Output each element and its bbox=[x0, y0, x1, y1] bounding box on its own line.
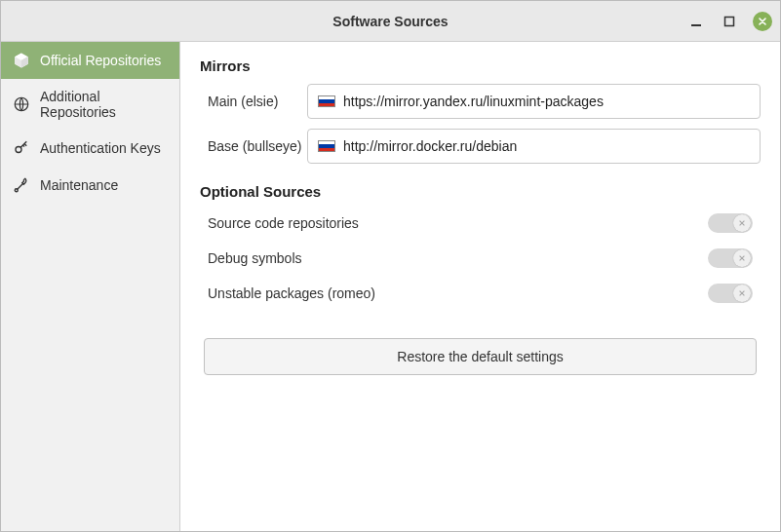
close-icon bbox=[758, 17, 767, 26]
window-body: Official Repositories Additional Reposit… bbox=[1, 42, 780, 531]
sidebar-item-official-repositories[interactable]: Official Repositories bbox=[1, 42, 179, 79]
app-window: Software Sources Official Repositories bbox=[0, 0, 781, 532]
flag-ru-icon bbox=[318, 95, 335, 107]
toggle-knob bbox=[733, 285, 751, 302]
maximize-icon bbox=[723, 16, 735, 27]
sidebar-item-maintenance[interactable]: Maintenance bbox=[1, 167, 179, 204]
tools-icon bbox=[13, 176, 30, 194]
window-controls bbox=[686, 1, 772, 41]
svg-rect-1 bbox=[725, 17, 734, 25]
mirror-main-url: https://mirror.yandex.ru/linuxmint-packa… bbox=[343, 94, 604, 109]
toggle-unstable-packages[interactable] bbox=[708, 284, 753, 303]
package-icon bbox=[13, 52, 30, 69]
mirror-row-main: Main (elsie) https://mirror.yandex.ru/li… bbox=[200, 84, 761, 119]
option-unstable-label: Unstable packages (romeo) bbox=[208, 285, 375, 301]
key-icon bbox=[13, 139, 30, 157]
sidebar: Official Repositories Additional Reposit… bbox=[1, 42, 180, 531]
flag-ru-icon bbox=[318, 140, 335, 152]
content-panel: Mirrors Main (elsie) https://mirror.yand… bbox=[180, 42, 780, 531]
svg-point-3 bbox=[16, 147, 21, 153]
toggle-knob bbox=[733, 249, 751, 267]
maximize-button[interactable] bbox=[720, 12, 739, 31]
toggle-off-icon bbox=[738, 254, 746, 262]
mirrors-heading: Mirrors bbox=[200, 57, 761, 74]
window-title: Software Sources bbox=[332, 14, 448, 29]
toggle-source-code[interactable] bbox=[708, 213, 753, 233]
option-row-debug: Debug symbols bbox=[200, 245, 761, 280]
restore-section: Restore the default settings bbox=[200, 338, 761, 375]
mirror-row-base: Base (bullseye) http://mirror.docker.ru/… bbox=[200, 129, 761, 164]
svg-point-4 bbox=[15, 189, 18, 192]
titlebar: Software Sources bbox=[1, 1, 780, 42]
toggle-knob bbox=[733, 214, 751, 232]
option-row-source-code: Source code repositories bbox=[200, 209, 761, 245]
sidebar-item-label: Official Repositories bbox=[40, 53, 161, 68]
globe-icon bbox=[13, 95, 30, 113]
sidebar-item-label: Additional Repositories bbox=[40, 89, 168, 120]
option-row-unstable: Unstable packages (romeo) bbox=[200, 280, 761, 315]
optional-heading: Optional Sources bbox=[200, 183, 761, 200]
mirror-base-field[interactable]: http://mirror.docker.ru/debian bbox=[307, 129, 761, 164]
minimize-button[interactable] bbox=[686, 12, 706, 31]
sidebar-item-label: Maintenance bbox=[40, 177, 118, 193]
sidebar-item-label: Authentication Keys bbox=[40, 140, 161, 156]
restore-defaults-button[interactable]: Restore the default settings bbox=[204, 338, 757, 375]
toggle-off-icon bbox=[738, 289, 746, 297]
toggle-debug-symbols[interactable] bbox=[708, 248, 753, 268]
svg-rect-0 bbox=[691, 24, 701, 26]
close-button[interactable] bbox=[753, 12, 772, 31]
mirror-main-field[interactable]: https://mirror.yandex.ru/linuxmint-packa… bbox=[307, 84, 761, 119]
option-source-label: Source code repositories bbox=[208, 215, 359, 231]
minimize-icon bbox=[690, 16, 702, 27]
sidebar-item-additional-repositories[interactable]: Additional Repositories bbox=[1, 79, 179, 130]
sidebar-item-authentication-keys[interactable]: Authentication Keys bbox=[1, 130, 179, 167]
mirror-main-label: Main (elsie) bbox=[200, 94, 307, 109]
mirror-base-label: Base (bullseye) bbox=[200, 138, 307, 154]
option-debug-label: Debug symbols bbox=[208, 250, 302, 266]
toggle-off-icon bbox=[738, 219, 746, 227]
mirror-base-url: http://mirror.docker.ru/debian bbox=[343, 138, 517, 154]
optional-sources-section: Optional Sources Source code repositorie… bbox=[200, 183, 761, 315]
